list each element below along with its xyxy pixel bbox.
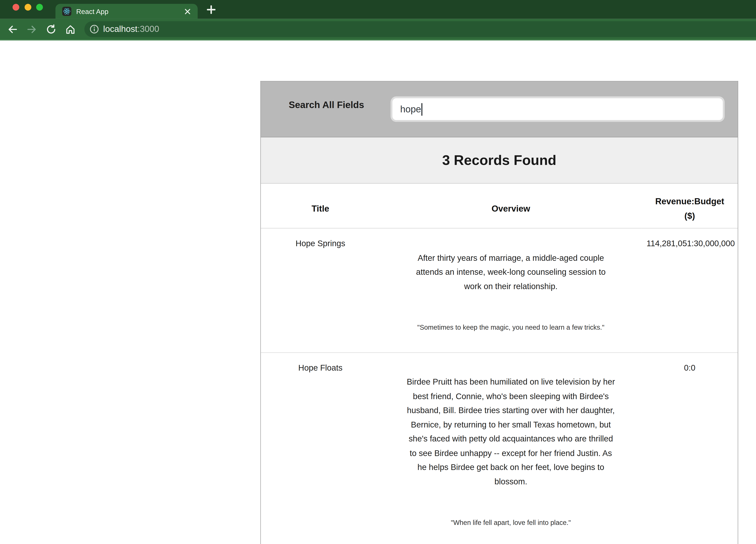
page-content: Search All Fields hope 3 Records Found T… bbox=[0, 41, 756, 544]
site-info-icon[interactable] bbox=[90, 25, 99, 34]
window-zoom-button[interactable] bbox=[36, 4, 43, 10]
movie-tagline: "Sometimes to keep the magic, you need t… bbox=[385, 320, 637, 334]
column-header-overview: Overview bbox=[380, 184, 642, 228]
new-tab-button[interactable] bbox=[204, 3, 218, 17]
url-text: localhost:3000 bbox=[103, 24, 159, 34]
tab-title: React App bbox=[76, 7, 182, 15]
url-port: :3000 bbox=[137, 24, 159, 34]
movie-overview: After thirty years of marriage, a middle… bbox=[385, 251, 637, 294]
movie-revenue-budget-cell: 0:0 bbox=[642, 352, 738, 544]
movie-overview: Birdee Pruitt has been humiliated on liv… bbox=[385, 375, 637, 489]
results-table: Title Overview Revenue:Budget ($) Hope S… bbox=[261, 184, 738, 544]
table-row: Hope Floats Birdee Pruitt has been humil… bbox=[261, 352, 738, 544]
records-found-banner: 3 Records Found bbox=[261, 137, 738, 184]
reload-button[interactable] bbox=[42, 20, 61, 38]
tab-strip: React App bbox=[0, 0, 756, 19]
browser-tab[interactable]: React App bbox=[56, 4, 198, 19]
url-bar[interactable]: localhost:3000 bbox=[84, 21, 756, 37]
movie-overview-cell: Birdee Pruitt has been humiliated on liv… bbox=[380, 352, 642, 544]
browser-window: React App bbox=[0, 0, 756, 544]
search-label: Search All Fields bbox=[261, 99, 392, 110]
home-button[interactable] bbox=[61, 20, 80, 38]
table-row: Hope Springs After thirty years of marri… bbox=[261, 228, 738, 352]
tab-close-icon[interactable] bbox=[182, 6, 193, 17]
search-input[interactable]: hope bbox=[392, 98, 723, 120]
records-found-heading: 3 Records Found bbox=[442, 152, 556, 168]
window-close-button[interactable] bbox=[13, 4, 19, 10]
react-logo-icon bbox=[62, 7, 71, 16]
movie-title-cell: Hope Springs bbox=[261, 228, 380, 352]
window-minimize-button[interactable] bbox=[24, 4, 31, 10]
browser-toolbar: localhost:3000 bbox=[0, 19, 756, 40]
window-controls bbox=[13, 4, 43, 10]
movie-overview-cell: After thirty years of marriage, a middle… bbox=[380, 228, 642, 352]
column-header-title: Title bbox=[261, 184, 380, 228]
search-section: Search All Fields hope bbox=[261, 81, 738, 137]
forward-button[interactable] bbox=[22, 20, 42, 38]
column-header-revenue-budget: Revenue:Budget ($) bbox=[642, 184, 738, 228]
movie-title-cell: Hope Floats bbox=[261, 352, 380, 544]
url-host: localhost bbox=[103, 24, 137, 34]
text-caret bbox=[422, 103, 422, 116]
search-input-value: hope bbox=[400, 104, 421, 115]
movie-revenue-budget-cell: 114,281,051:30,000,000 bbox=[642, 228, 738, 352]
back-button[interactable] bbox=[3, 20, 22, 38]
search-results-card: Search All Fields hope 3 Records Found T… bbox=[260, 81, 738, 544]
table-header-row: Title Overview Revenue:Budget ($) bbox=[261, 184, 738, 228]
movie-tagline: "When life fell apart, love fell into pl… bbox=[385, 515, 637, 530]
